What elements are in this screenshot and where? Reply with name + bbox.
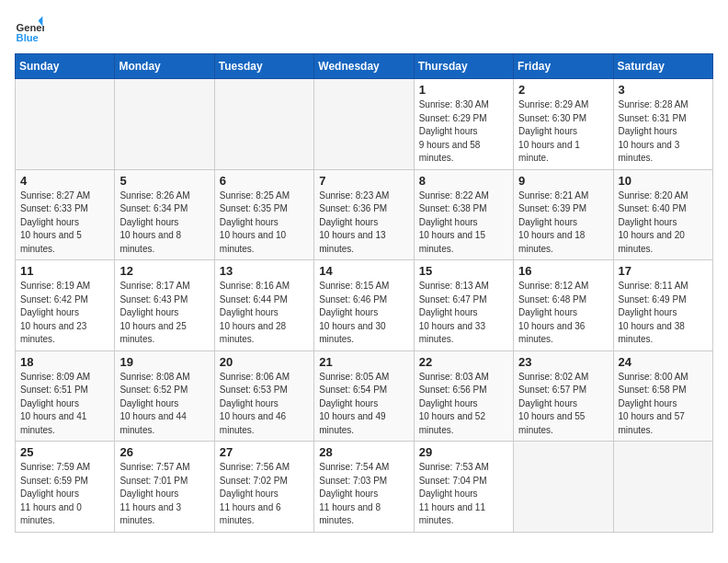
- day-info: Sunrise: 7:56 AM Sunset: 7:02 PM Dayligh…: [220, 461, 309, 528]
- calendar-cell: 23 Sunrise: 8:02 AM Sunset: 6:57 PM Dayl…: [514, 350, 613, 442]
- day-number: 18: [20, 355, 109, 369]
- calendar-cell: [314, 79, 414, 170]
- day-number: 11: [20, 264, 109, 278]
- calendar-cell: 27 Sunrise: 7:56 AM Sunset: 7:02 PM Dayl…: [214, 442, 313, 533]
- calendar-cell: 1 Sunrise: 8:30 AM Sunset: 6:29 PM Dayli…: [414, 79, 513, 170]
- col-header-thursday: Thursday: [414, 54, 513, 79]
- calendar-cell: 10 Sunrise: 8:20 AM Sunset: 6:40 PM Dayl…: [613, 169, 712, 260]
- day-number: 15: [419, 264, 508, 278]
- calendar-cell: [115, 79, 214, 170]
- calendar-cell: 22 Sunrise: 8:03 AM Sunset: 6:56 PM Dayl…: [414, 350, 513, 442]
- day-info: Sunrise: 7:57 AM Sunset: 7:01 PM Dayligh…: [119, 461, 209, 528]
- day-info: Sunrise: 8:11 AM Sunset: 6:49 PM Dayligh…: [619, 280, 708, 347]
- calendar-week-row: 11 Sunrise: 8:19 AM Sunset: 6:42 PM Dayl…: [16, 260, 713, 351]
- day-info: Sunrise: 8:06 AM Sunset: 6:53 PM Dayligh…: [220, 371, 309, 438]
- calendar-cell: [16, 79, 115, 170]
- calendar-cell: 28 Sunrise: 7:54 AM Sunset: 7:03 PM Dayl…: [314, 442, 414, 533]
- logo-icon: General Blue: [15, 15, 44, 44]
- svg-text:General: General: [17, 22, 44, 33]
- day-info: Sunrise: 8:21 AM Sunset: 6:39 PM Dayligh…: [518, 190, 608, 257]
- day-info: Sunrise: 8:25 AM Sunset: 6:35 PM Dayligh…: [220, 190, 309, 257]
- calendar-week-row: 1 Sunrise: 8:30 AM Sunset: 6:29 PM Dayli…: [16, 79, 713, 170]
- svg-text:Blue: Blue: [17, 32, 39, 43]
- calendar-cell: [214, 79, 313, 170]
- day-info: Sunrise: 8:29 AM Sunset: 6:30 PM Dayligh…: [518, 98, 608, 166]
- calendar-cell: 19 Sunrise: 8:08 AM Sunset: 6:52 PM Dayl…: [115, 350, 214, 442]
- day-number: 2: [518, 83, 608, 97]
- calendar-cell: 7 Sunrise: 8:23 AM Sunset: 6:36 PM Dayli…: [314, 169, 414, 260]
- col-header-saturday: Saturday: [613, 54, 712, 79]
- col-header-tuesday: Tuesday: [214, 54, 313, 79]
- day-number: 10: [619, 174, 708, 188]
- day-info: Sunrise: 8:15 AM Sunset: 6:46 PM Dayligh…: [319, 280, 408, 347]
- calendar-cell: 5 Sunrise: 8:26 AM Sunset: 6:34 PM Dayli…: [115, 169, 214, 260]
- day-number: 29: [419, 445, 508, 459]
- day-info: Sunrise: 8:08 AM Sunset: 6:52 PM Dayligh…: [119, 371, 209, 438]
- col-header-wednesday: Wednesday: [314, 54, 414, 79]
- day-number: 16: [518, 264, 608, 278]
- calendar-week-row: 18 Sunrise: 8:09 AM Sunset: 6:51 PM Dayl…: [16, 350, 713, 442]
- day-info: Sunrise: 8:12 AM Sunset: 6:48 PM Dayligh…: [518, 280, 608, 347]
- calendar-cell: 15 Sunrise: 8:13 AM Sunset: 6:47 PM Dayl…: [414, 260, 513, 351]
- day-number: 20: [220, 355, 309, 369]
- day-number: 6: [220, 174, 309, 188]
- day-number: 4: [20, 174, 109, 188]
- calendar-cell: 6 Sunrise: 8:25 AM Sunset: 6:35 PM Dayli…: [214, 169, 313, 260]
- logo: General Blue: [15, 15, 44, 44]
- calendar-cell: 25 Sunrise: 7:59 AM Sunset: 6:59 PM Dayl…: [16, 442, 115, 533]
- day-info: Sunrise: 8:09 AM Sunset: 6:51 PM Dayligh…: [20, 371, 109, 438]
- page-header: General Blue: [15, 15, 713, 44]
- day-info: Sunrise: 8:19 AM Sunset: 6:42 PM Dayligh…: [20, 280, 109, 347]
- day-number: 7: [319, 174, 408, 188]
- day-number: 8: [419, 174, 508, 188]
- day-number: 26: [119, 445, 209, 459]
- day-number: 12: [119, 264, 209, 278]
- calendar-week-row: 25 Sunrise: 7:59 AM Sunset: 6:59 PM Dayl…: [16, 442, 713, 533]
- day-number: 3: [619, 83, 708, 97]
- calendar-cell: 16 Sunrise: 8:12 AM Sunset: 6:48 PM Dayl…: [514, 260, 613, 351]
- day-number: 28: [319, 445, 408, 459]
- day-info: Sunrise: 8:20 AM Sunset: 6:40 PM Dayligh…: [619, 190, 708, 257]
- day-number: 13: [220, 264, 309, 278]
- calendar-cell: 3 Sunrise: 8:28 AM Sunset: 6:31 PM Dayli…: [613, 79, 712, 170]
- day-number: 27: [220, 445, 309, 459]
- calendar-table: SundayMondayTuesdayWednesdayThursdayFrid…: [15, 53, 713, 533]
- calendar-cell: 13 Sunrise: 8:16 AM Sunset: 6:44 PM Dayl…: [214, 260, 313, 351]
- calendar-cell: 17 Sunrise: 8:11 AM Sunset: 6:49 PM Dayl…: [613, 260, 712, 351]
- day-info: Sunrise: 8:02 AM Sunset: 6:57 PM Dayligh…: [518, 371, 608, 438]
- day-number: 19: [119, 355, 209, 369]
- calendar-cell: 24 Sunrise: 8:00 AM Sunset: 6:58 PM Dayl…: [613, 350, 712, 442]
- col-header-monday: Monday: [115, 54, 214, 79]
- day-number: 14: [319, 264, 408, 278]
- calendar-cell: 2 Sunrise: 8:29 AM Sunset: 6:30 PM Dayli…: [514, 79, 613, 170]
- day-info: Sunrise: 8:30 AM Sunset: 6:29 PM Dayligh…: [419, 98, 508, 166]
- calendar-cell: [514, 442, 613, 533]
- day-info: Sunrise: 8:16 AM Sunset: 6:44 PM Dayligh…: [220, 280, 309, 347]
- day-info: Sunrise: 8:26 AM Sunset: 6:34 PM Dayligh…: [119, 190, 209, 257]
- calendar-cell: 11 Sunrise: 8:19 AM Sunset: 6:42 PM Dayl…: [16, 260, 115, 351]
- calendar-cell: 8 Sunrise: 8:22 AM Sunset: 6:38 PM Dayli…: [414, 169, 513, 260]
- day-number: 25: [20, 445, 109, 459]
- calendar-cell: 18 Sunrise: 8:09 AM Sunset: 6:51 PM Dayl…: [16, 350, 115, 442]
- calendar-cell: 26 Sunrise: 7:57 AM Sunset: 7:01 PM Dayl…: [115, 442, 214, 533]
- col-header-sunday: Sunday: [16, 54, 115, 79]
- day-number: 1: [419, 83, 508, 97]
- calendar-cell: 12 Sunrise: 8:17 AM Sunset: 6:43 PM Dayl…: [115, 260, 214, 351]
- calendar-header-row: SundayMondayTuesdayWednesdayThursdayFrid…: [16, 54, 713, 79]
- day-number: 23: [518, 355, 608, 369]
- day-info: Sunrise: 7:53 AM Sunset: 7:04 PM Dayligh…: [419, 461, 508, 528]
- day-number: 9: [518, 174, 608, 188]
- day-info: Sunrise: 8:27 AM Sunset: 6:33 PM Dayligh…: [20, 190, 109, 257]
- calendar-week-row: 4 Sunrise: 8:27 AM Sunset: 6:33 PM Dayli…: [16, 169, 713, 260]
- day-number: 17: [619, 264, 708, 278]
- calendar-cell: 20 Sunrise: 8:06 AM Sunset: 6:53 PM Dayl…: [214, 350, 313, 442]
- day-info: Sunrise: 8:03 AM Sunset: 6:56 PM Dayligh…: [419, 371, 508, 438]
- day-info: Sunrise: 8:28 AM Sunset: 6:31 PM Dayligh…: [619, 98, 708, 166]
- day-number: 24: [619, 355, 708, 369]
- day-number: 21: [319, 355, 408, 369]
- calendar-cell: 9 Sunrise: 8:21 AM Sunset: 6:39 PM Dayli…: [514, 169, 613, 260]
- day-info: Sunrise: 8:00 AM Sunset: 6:58 PM Dayligh…: [619, 371, 708, 438]
- col-header-friday: Friday: [514, 54, 613, 79]
- day-number: 22: [419, 355, 508, 369]
- day-info: Sunrise: 8:23 AM Sunset: 6:36 PM Dayligh…: [319, 190, 408, 257]
